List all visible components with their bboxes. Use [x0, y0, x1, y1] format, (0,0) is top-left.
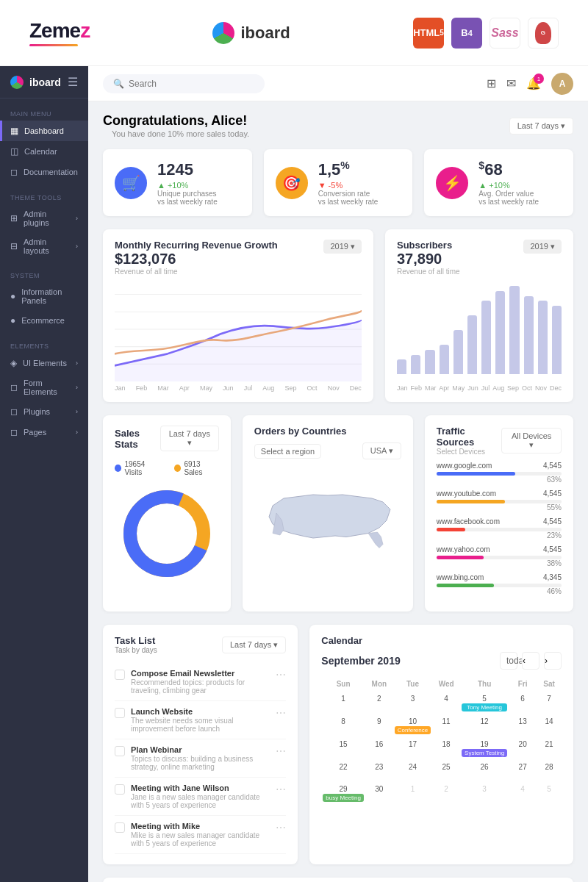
cal-day[interactable]: 4: [434, 692, 459, 714]
cal-prev-button[interactable]: ‹: [522, 652, 539, 670]
x-label: Nov: [535, 384, 547, 392]
cal-day[interactable]: 29busy Meeting: [321, 783, 365, 804]
email-icon[interactable]: ✉: [506, 76, 516, 90]
sidebar-item-form-elements[interactable]: ◻ Form Elements ›: [0, 373, 88, 401]
traffic-header: Traffic Sources Select Devices All Devic…: [437, 426, 562, 456]
welcome-subtitle: You have done 10% more sales today.: [112, 129, 249, 138]
cal-day[interactable]: 28: [537, 761, 562, 781]
task-item: Meeting with Jane Wilson Jane is a new s…: [115, 778, 286, 816]
stat-label-order: Avg. Order value: [478, 190, 539, 198]
task-dots-icon[interactable]: ⋯: [276, 669, 286, 681]
task-desc: Recommended topics: products for traveli…: [131, 678, 270, 695]
task-dots-icon[interactable]: ⋯: [276, 822, 286, 833]
cal-day[interactable]: 8: [321, 715, 365, 736]
task-name: Launch Website: [131, 707, 270, 716]
country-filter[interactable]: USA ▾: [362, 442, 401, 459]
task-filter-button[interactable]: Last 7 days ▾: [222, 637, 286, 653]
plugin2-icon: ◻: [10, 406, 18, 417]
hamburger-icon[interactable]: ☰: [68, 75, 78, 89]
cal-day[interactable]: 14: [537, 715, 562, 736]
subscribers-chart-value: 37,890: [397, 251, 460, 268]
x-label: Aug: [262, 384, 274, 392]
charts-row: Monthly Recurring Revenue Growth $123,07…: [103, 229, 573, 402]
cal-day[interactable]: 21: [537, 738, 562, 759]
task-checkbox[interactable]: [115, 822, 125, 833]
sidebar-item-admin-layouts[interactable]: ⊟ Admin layouts ›: [0, 232, 88, 260]
cal-day[interactable]: 24: [393, 761, 432, 781]
cal-day[interactable]: 1: [321, 692, 365, 714]
subscribers-chart-title: Subscribers: [397, 240, 460, 251]
sidebar-item-calendar[interactable]: ◫ Calendar: [0, 141, 88, 162]
task-items-list: Compose Email Newsletter Recommended top…: [115, 663, 286, 854]
section-system: SYSTEM: [0, 266, 88, 282]
sidebar-item-plugins[interactable]: ◻ Plugins ›: [0, 401, 88, 422]
cal-day[interactable]: 16: [367, 738, 392, 759]
info-icon: ●: [10, 291, 15, 301]
cal-day[interactable]: 5Tony Meeting: [460, 692, 509, 714]
sidebar-item-pages[interactable]: ◻ Pages ›: [0, 422, 88, 442]
cal-day[interactable]: 27: [510, 761, 535, 781]
task-dots-icon[interactable]: ⋯: [276, 784, 286, 795]
date-filter-button[interactable]: Last 7 days ▾: [509, 118, 573, 135]
sidebar-item-info-panels[interactable]: ● Information Panels: [0, 282, 88, 310]
sales-filter-button[interactable]: Last 7 days ▾: [160, 426, 219, 451]
sidebar-item-ui-elements[interactable]: ◈ UI Elements ›: [0, 353, 88, 373]
welcome-title: Congratulations, Alice!: [103, 113, 249, 129]
subscribers-year-filter[interactable]: 2019 ▾: [523, 240, 562, 254]
revenue-chart-card: Monthly Recurring Revenue Growth $123,07…: [103, 229, 373, 402]
cal-day[interactable]: 2: [367, 692, 392, 714]
cal-today-button[interactable]: today: [500, 652, 517, 670]
task-name: Compose Email Newsletter: [131, 669, 270, 678]
cal-next-button[interactable]: ›: [544, 652, 562, 670]
grid-icon[interactable]: ⊞: [487, 76, 496, 90]
task-checkbox[interactable]: [115, 784, 125, 795]
revenue-chart-value: $123,076: [115, 251, 278, 268]
cal-day[interactable]: 30: [367, 783, 392, 804]
x-label: Oct: [307, 384, 318, 392]
cal-day[interactable]: 25: [434, 761, 459, 781]
cal-day[interactable]: 22: [321, 761, 365, 781]
cal-day[interactable]: 9: [367, 715, 392, 736]
cal-day[interactable]: 18: [434, 738, 459, 759]
cal-day[interactable]: 26: [460, 761, 509, 781]
cal-day[interactable]: 12: [460, 715, 509, 736]
task-checkbox[interactable]: [115, 670, 125, 680]
task-item: Plan Webinar Topics to discuss: building…: [115, 739, 286, 778]
sidebar-item-ecommerce[interactable]: ● Ecommerce: [0, 310, 88, 331]
device-filter-button[interactable]: All Devices ▾: [501, 428, 562, 453]
task-content: Launch Website The website needs some vi…: [131, 707, 270, 733]
task-checkbox[interactable]: [115, 708, 125, 718]
stat-icon-conversion: 🎯: [276, 167, 308, 199]
cal-day[interactable]: 11: [434, 715, 459, 736]
revenue-year-filter[interactable]: 2019 ▾: [323, 240, 362, 254]
cal-day[interactable]: 20: [510, 738, 535, 759]
search-box[interactable]: 🔍: [103, 74, 265, 93]
cal-day[interactable]: 15: [321, 738, 365, 759]
sidebar-item-documentation[interactable]: ◻ Documentation: [0, 162, 88, 182]
ui-label: UI Elements: [23, 359, 70, 368]
cal-day[interactable]: 13: [510, 715, 535, 736]
cal-day[interactable]: 19System Testing: [460, 738, 509, 759]
sidebar: iboard ☰ MAIN MENU ▦ Dashboard ◫ Calenda…: [0, 66, 88, 882]
user-avatar[interactable]: A: [551, 73, 573, 95]
sidebar-item-admin-plugins[interactable]: ⊞ Admin plugins ›: [0, 204, 88, 232]
cal-day[interactable]: 7: [537, 692, 562, 714]
notification-icon[interactable]: 🔔 1: [526, 76, 541, 90]
traffic-site-name: www.facebook.com4,545: [437, 517, 562, 526]
task-dots-icon[interactable]: ⋯: [276, 707, 286, 719]
cal-day[interactable]: 10Conference: [393, 715, 432, 736]
task-list-header: Task List Task by days Last 7 days ▾: [115, 635, 286, 654]
plugins-label: Admin plugins: [24, 209, 70, 227]
x-label: Sep: [284, 384, 296, 392]
search-input[interactable]: [129, 79, 254, 89]
cal-day[interactable]: 3: [393, 692, 432, 714]
task-checkbox[interactable]: [115, 746, 125, 756]
cal-day[interactable]: 17: [393, 738, 432, 759]
cal-day[interactable]: 6: [510, 692, 535, 714]
task-dots-icon[interactable]: ⋯: [276, 745, 286, 757]
topbar-actions: ⊞ ✉ 🔔 1 A: [487, 73, 573, 95]
traffic-row-item: www.google.com4,545 63%: [437, 462, 562, 484]
cal-day[interactable]: 23: [367, 761, 392, 781]
task-desc: The website needs some visual improvemen…: [131, 717, 270, 733]
sidebar-item-dashboard[interactable]: ▦ Dashboard: [0, 121, 88, 141]
